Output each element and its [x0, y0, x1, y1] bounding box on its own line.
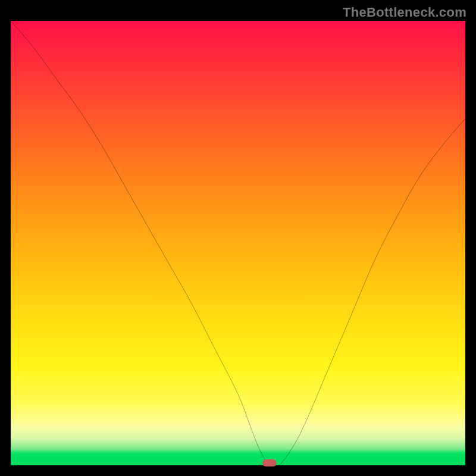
plot-area	[11, 21, 465, 465]
optimum-marker	[262, 459, 277, 466]
chart-container: TheBottleneck.com	[0, 0, 476, 476]
bottleneck-curve	[11, 21, 465, 465]
watermark-text: TheBottleneck.com	[343, 5, 466, 20]
